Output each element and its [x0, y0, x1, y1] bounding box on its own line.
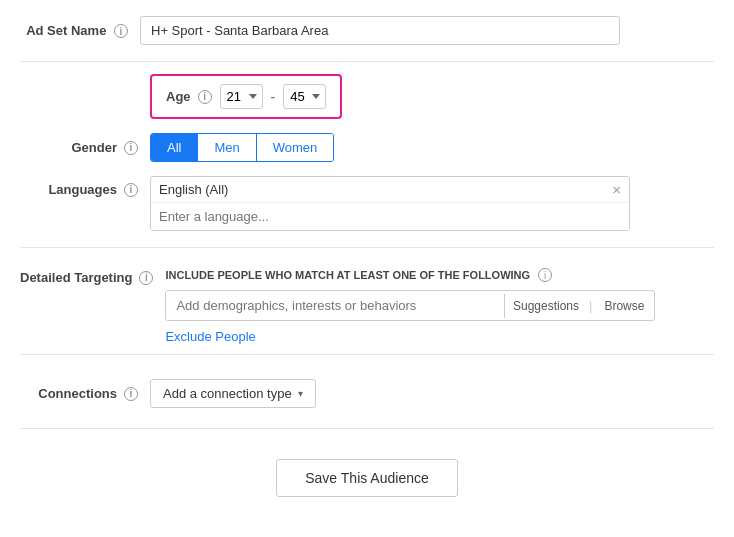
ad-set-name-label: Ad Set Name i: [20, 23, 140, 39]
separator-4: [20, 428, 714, 429]
detailed-targeting-section: Detailed Targeting i INCLUDE people who …: [20, 258, 714, 344]
exclude-people-link-wrapper: Exclude People: [165, 329, 255, 344]
age-label: Age i: [166, 89, 212, 104]
separator-3: [20, 354, 714, 355]
connection-dropdown-arrow: ▾: [298, 388, 303, 399]
gender-label-area: Gender i: [20, 140, 150, 155]
ad-set-name-input[interactable]: [140, 16, 620, 45]
detailed-targeting-info-icon[interactable]: i: [139, 271, 153, 285]
languages-info-icon[interactable]: i: [124, 183, 138, 197]
age-min-select[interactable]: 21 18 19 20 22 25: [220, 84, 263, 109]
detailed-targeting-content: INCLUDE people who match at least ONE of…: [165, 268, 655, 344]
separator-1: [20, 61, 714, 62]
connections-label-area: Connections i: [20, 386, 150, 401]
save-section: Save This Audience: [20, 439, 714, 507]
include-info-icon[interactable]: i: [538, 268, 552, 282]
ad-set-name-row: Ad Set Name i: [20, 16, 714, 45]
age-highlight-box: Age i 21 18 19 20 22 25 - 45 35 40 50 55…: [150, 74, 342, 119]
languages-label-area: Languages i: [20, 176, 150, 197]
separator-2: [20, 247, 714, 248]
age-dash: -: [271, 89, 276, 105]
languages-section: Languages i English (All) ×: [20, 176, 714, 231]
language-input[interactable]: [151, 203, 629, 230]
connection-type-dropdown[interactable]: Add a connection type ▾: [150, 379, 316, 408]
gender-men-button[interactable]: Men: [198, 134, 256, 161]
gender-all-button[interactable]: All: [151, 134, 198, 161]
age-section: Age i 21 18 19 20 22 25 - 45 35 40 50 55…: [20, 74, 714, 119]
ad-set-name-info-icon[interactable]: i: [114, 24, 128, 38]
connections-section: Connections i Add a connection type ▾: [20, 365, 714, 418]
suggestions-link[interactable]: Suggestions: [505, 299, 587, 313]
include-text: INCLUDE people who match at least ONE of…: [165, 268, 655, 282]
connections-info-icon[interactable]: i: [124, 387, 138, 401]
targeting-search-box: Suggestions | Browse: [165, 290, 655, 321]
language-remove-icon[interactable]: ×: [612, 182, 621, 197]
language-tag-english: English (All): [159, 182, 612, 197]
gender-row: Gender i All Men Women: [20, 133, 714, 162]
gender-info-icon[interactable]: i: [124, 141, 138, 155]
detailed-targeting-label-area: Detailed Targeting i: [20, 268, 165, 285]
gender-button-group: All Men Women: [150, 133, 334, 162]
language-tag-row: English (All) ×: [151, 177, 629, 203]
age-max-select[interactable]: 45 35 40 50 55 60 65: [283, 84, 326, 109]
exclude-people-link[interactable]: Exclude People: [165, 329, 255, 344]
age-info-icon[interactable]: i: [198, 90, 212, 104]
gender-women-button[interactable]: Women: [257, 134, 334, 161]
languages-box: English (All) ×: [150, 176, 630, 231]
targeting-search-input[interactable]: [166, 291, 504, 320]
browse-link[interactable]: Browse: [594, 299, 654, 313]
save-audience-button[interactable]: Save This Audience: [276, 459, 458, 497]
languages-row: Languages i English (All) ×: [20, 176, 714, 231]
